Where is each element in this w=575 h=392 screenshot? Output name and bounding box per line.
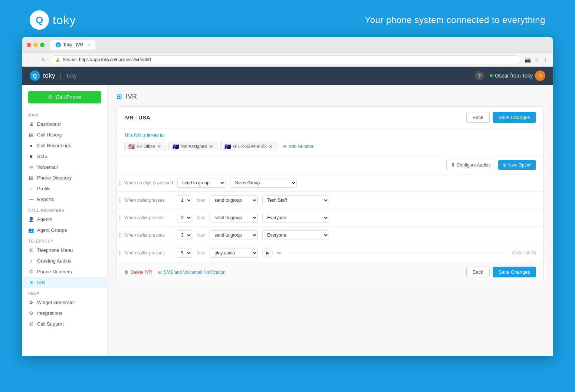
sidebar-item-call-history[interactable]: ▤ Call History xyxy=(22,129,107,140)
sidebar-item-call-recordings[interactable]: ● Call Recordings xyxy=(22,140,107,151)
sidebar-item-widget-generator[interactable]: ⚙ Widget Generator xyxy=(22,297,107,308)
browser-tab[interactable]: Q Toky | IVR × xyxy=(50,40,95,50)
app-topbar: Q toky | Toky ? Oscar from Toky O xyxy=(22,67,553,85)
configure-audios-button[interactable]: ⇅ Configure Audios xyxy=(446,160,495,170)
then-label-3: then xyxy=(197,233,205,238)
configure-icon: ⇅ xyxy=(451,162,455,168)
tab-close-icon[interactable]: × xyxy=(88,43,90,47)
sidebar-item-voicemail[interactable]: ✉ Voicemail xyxy=(22,162,107,172)
digit-select-2[interactable]: 21345 xyxy=(177,213,192,223)
header-buttons: Back Save Changes xyxy=(466,112,536,123)
then-label-4: then xyxy=(197,250,205,256)
refresh-icon[interactable]: ↻ xyxy=(42,57,46,63)
ivr-row-2: When caller presses 21345 then send to g… xyxy=(117,209,543,227)
drag-handle-1[interactable] xyxy=(119,198,121,203)
linked-tag-sf-office: 🇺🇸 SF Office ✕ xyxy=(124,142,165,151)
sidebar-item-call-support[interactable]: ✆ Call Support xyxy=(22,319,107,329)
help-button[interactable]: ? xyxy=(475,71,484,80)
back-button[interactable]: Back xyxy=(466,112,490,123)
digit-select-3[interactable]: 31245 xyxy=(177,230,192,240)
linked-tag-phone-number: 🇦🇺 +61-2-8294-9422 ✕ xyxy=(220,142,277,151)
sidebar-item-telephone-menu[interactable]: ✆ Telephone Menu xyxy=(22,245,107,256)
nav-buttons: ← → ↻ xyxy=(27,57,46,63)
digit-select-4[interactable]: 51234 xyxy=(177,248,192,258)
sidebar-item-label: Greeting Audios xyxy=(37,258,72,264)
group-select-2[interactable]: Everyone Sales Group Tech Staff xyxy=(262,213,329,223)
action-select-2[interactable]: send to group play audio xyxy=(210,213,258,223)
sidebar-item-label: Integrations xyxy=(37,310,62,316)
footer-back-button[interactable]: Back xyxy=(466,267,490,277)
call-phone-button[interactable]: ✆ Call Phone xyxy=(28,91,101,103)
footer-save-button[interactable]: Save Changes xyxy=(493,267,536,277)
sidebar: ✆ Call Phone MAIN ⊞ Dashboard ▤ Call His… xyxy=(22,85,108,356)
forward-nav-icon[interactable]: → xyxy=(34,57,39,63)
sidebar-item-dashboard[interactable]: ⊞ Dashboard xyxy=(22,119,107,129)
sidebar-item-label: Telephone Menu xyxy=(37,247,73,253)
bookmark-icon[interactable]: ☆ xyxy=(535,57,539,63)
edit-audio-button[interactable]: ✏ xyxy=(277,250,282,256)
drag-handle-4[interactable] xyxy=(119,250,121,256)
drag-handle-3[interactable] xyxy=(119,233,121,238)
new-option-button[interactable]: ⊕ New Option xyxy=(498,160,536,170)
sidebar-item-label: IVR xyxy=(37,280,45,285)
sidebar-item-label: Voicemail xyxy=(37,164,58,170)
sidebar-item-label: Call History xyxy=(37,132,62,138)
address-bar[interactable]: 🔒 Secure https://app.toky.co/business/iv… xyxy=(50,55,521,64)
sidebar-item-label: Call Recordings xyxy=(37,143,71,148)
close-button-icon[interactable] xyxy=(27,43,31,47)
action-select-1[interactable]: send to group play audio xyxy=(210,195,258,205)
group-select-3[interactable]: Everyone Sales Group Tech Staff xyxy=(262,230,329,240)
remove-phone-number-button[interactable]: ✕ xyxy=(269,144,273,149)
maximize-button-icon[interactable] xyxy=(40,43,45,47)
sidebar-item-sms[interactable]: ■ SMS xyxy=(22,151,107,162)
remove-sf-office-button[interactable]: ✕ xyxy=(157,144,161,149)
profile-icon: ⌂ xyxy=(28,186,34,191)
back-nav-icon[interactable]: ← xyxy=(27,57,32,63)
ivr-icon: ⊞ xyxy=(28,280,34,285)
add-number-button[interactable]: ⊕ Add Number xyxy=(280,142,316,151)
browser-controls: 📷 ☆ ⋮ xyxy=(525,57,548,63)
sidebar-item-integrations[interactable]: ⚙ Integrations xyxy=(22,308,107,319)
ivr-name: IVR - USA xyxy=(124,114,150,121)
minimize-button-icon[interactable] xyxy=(33,43,38,47)
audio-progress-bar xyxy=(289,253,502,253)
digit-select-1[interactable]: 12345 xyxy=(177,195,192,205)
group-select-1[interactable]: Tech Staff Sales Group Everyone xyxy=(262,195,329,205)
sidebar-item-agent-groups[interactable]: 👥 Agent Groups xyxy=(22,225,107,235)
page-title: IVR xyxy=(126,93,137,101)
play-audio-button[interactable]: ▶ xyxy=(262,248,273,258)
sidebar-item-label: Reports xyxy=(37,197,54,202)
menu-icon[interactable]: ⋮ xyxy=(543,57,548,63)
sidebar-section-telephony: TELEPHONY xyxy=(22,235,107,245)
sidebar-item-phone-directory[interactable]: ▤ Phone Directory xyxy=(22,172,107,183)
action-select-0[interactable]: send to group play audio xyxy=(177,178,226,188)
group-select-0[interactable]: Sales Group Tech Staff Everyone xyxy=(230,178,297,188)
sidebar-item-profile[interactable]: ⌂ Profile xyxy=(22,183,107,194)
drag-handle-2[interactable] xyxy=(119,215,121,220)
then-label-1: then xyxy=(197,198,205,203)
remove-not-assigned-button[interactable]: ✕ xyxy=(209,144,213,149)
sidebar-item-ivr[interactable]: ⊞ IVR xyxy=(22,277,107,288)
sidebar-item-greeting-audios[interactable]: ♪ Greeting Audios xyxy=(22,256,107,266)
delete-ivr-button[interactable]: 🗑 Delete IVR xyxy=(124,270,152,275)
action-select-3[interactable]: send to group play audio xyxy=(210,230,258,240)
app-logo-icon: Q xyxy=(30,70,40,81)
tagline: Your phone system connected to everythin… xyxy=(365,15,545,25)
sms-notification-button[interactable]: ⊕ SMS and Voicemail Notification xyxy=(158,270,226,275)
sidebar-item-agents[interactable]: 👤 Agents xyxy=(22,214,107,225)
linked-tags: 🇺🇸 SF Office ✕ 🇦🇺 Not Assigned ✕ 🇦🇺 xyxy=(124,142,536,151)
tag-label: SF Office xyxy=(137,144,155,149)
app-shell: Q toky | Toky ? Oscar from Toky O ✆ Cal xyxy=(22,67,553,356)
save-changes-button[interactable]: Save Changes xyxy=(493,112,536,123)
sidebar-item-reports[interactable]: ⁓ Reports xyxy=(22,194,107,205)
ivr-row-3: When caller presses 31245 then send to g… xyxy=(117,227,543,244)
sidebar-item-phone-numbers[interactable]: ✆ Phone Numbers xyxy=(22,266,107,277)
drag-handle-0[interactable] xyxy=(119,180,121,185)
then-label-2: then xyxy=(197,215,205,220)
plus-icon: ⊕ xyxy=(283,144,287,149)
ivr-row-4: When caller presses 51234 then play audi… xyxy=(117,244,543,262)
logo-text: toky xyxy=(53,13,76,27)
action-select-4[interactable]: play audio send to group xyxy=(210,248,258,258)
sidebar-item-label: Agent Groups xyxy=(37,227,67,233)
user-name: Oscar from Toky xyxy=(495,73,533,79)
